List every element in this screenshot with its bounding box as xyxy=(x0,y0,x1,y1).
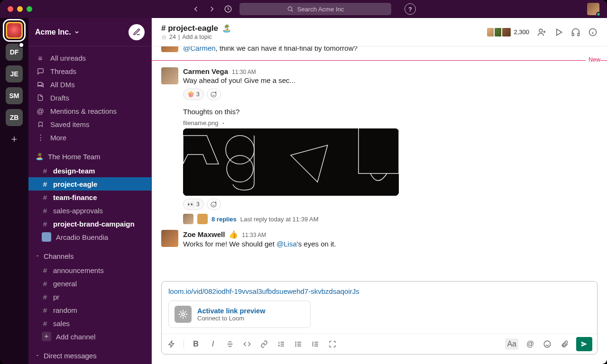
image-attachment[interactable] xyxy=(183,128,399,196)
titlebar: Search Acme Inc ? xyxy=(0,0,607,18)
ordered-list-icon[interactable] xyxy=(276,339,286,349)
info-icon[interactable] xyxy=(588,27,598,37)
huddle-icon[interactable] xyxy=(554,27,563,37)
close-window[interactable] xyxy=(8,6,13,12)
history-icon[interactable] xyxy=(223,4,233,14)
headphones-icon[interactable] xyxy=(571,27,580,37)
add-workspace-button[interactable]: + xyxy=(6,131,23,148)
svg-point-12 xyxy=(295,342,296,342)
channel-general[interactable]: #general xyxy=(28,277,151,290)
nav-threads[interactable]: Threads xyxy=(28,64,151,78)
add-people-icon[interactable] xyxy=(537,27,546,37)
svg-point-1 xyxy=(288,7,292,10)
link-preview-card[interactable]: Activate link preview Connect to Loom xyxy=(168,300,311,328)
thread-summary[interactable]: 8 replies Last reply today at 11:39 AM xyxy=(183,214,598,224)
message-composer[interactable]: loom.io/vid/082iodhf-19vvsal3ufbdsuewehd… xyxy=(161,281,598,355)
add-channel-button[interactable]: +Add channel xyxy=(28,330,151,343)
workspace-tile[interactable]: SM xyxy=(6,87,23,104)
author-name[interactable]: Zoe Maxwell xyxy=(183,230,225,238)
workspace-tile[interactable]: DF xyxy=(6,44,23,61)
channel-design-team[interactable]: #design-team xyxy=(28,164,151,177)
bold-icon[interactable]: B xyxy=(191,339,201,349)
avatar[interactable] xyxy=(161,230,178,247)
strike-icon[interactable] xyxy=(225,339,235,349)
svg-point-10 xyxy=(211,202,216,208)
bullet-list-icon[interactable] xyxy=(293,339,304,349)
minimize-window[interactable] xyxy=(17,6,23,12)
attachment-filename[interactable]: filename.png xyxy=(183,119,598,127)
message-text: Thoughts on this? xyxy=(183,107,598,117)
maximize-window[interactable] xyxy=(27,6,32,12)
code-icon[interactable] xyxy=(242,339,252,349)
back-button[interactable] xyxy=(191,4,201,14)
compose-button[interactable] xyxy=(129,24,145,40)
avatar[interactable] xyxy=(161,46,178,52)
channel-project-eagle[interactable]: #project-eagle xyxy=(28,177,151,191)
nav-drafts[interactable]: Drafts xyxy=(28,91,151,104)
shortcuts-icon[interactable] xyxy=(166,339,177,349)
dm-arcadio[interactable]: Arcadio Buendia xyxy=(28,230,151,244)
workspace-tile-active[interactable] xyxy=(6,22,23,39)
add-topic-link[interactable]: Add a topic xyxy=(182,34,212,40)
unfurl-subtitle: Connect to Loom xyxy=(197,315,265,322)
channel-team-finance[interactable]: #team-finance xyxy=(28,191,151,204)
search-input[interactable]: Search Acme Inc xyxy=(239,3,391,15)
svg-point-15 xyxy=(544,341,551,347)
sidebar: Acme Inc. ≡All unreads Threads All DMs D… xyxy=(28,18,152,364)
add-reaction-button[interactable] xyxy=(207,199,221,210)
workspace-tile[interactable]: ZB xyxy=(6,109,23,126)
unreads-icon: ≡ xyxy=(36,54,45,62)
team-switcher[interactable]: Acme Inc. xyxy=(35,28,80,36)
svg-point-11 xyxy=(182,313,184,316)
member-avatars[interactable] xyxy=(486,27,512,37)
nav-all-dms[interactable]: All DMs xyxy=(28,78,151,91)
nav-mentions[interactable]: @Mentions & reactions xyxy=(28,104,151,118)
mention[interactable]: @Lisa xyxy=(276,240,297,248)
status-emoji: 👍 xyxy=(229,230,238,239)
mentions-icon: @ xyxy=(36,107,45,115)
channel-sales-approvals[interactable]: #sales-approvals xyxy=(28,204,151,217)
hash-icon: # xyxy=(42,207,48,215)
channel-sales[interactable]: #sales xyxy=(28,317,151,330)
nav-more[interactable]: ⋮More xyxy=(28,131,151,144)
channel-announcements[interactable]: #announcements xyxy=(28,264,151,277)
section-home-team[interactable]: 🏝️The Home Team xyxy=(28,149,151,164)
emoji-icon[interactable] xyxy=(542,339,552,349)
code-block-icon[interactable] xyxy=(327,339,338,349)
blockquote-icon[interactable] xyxy=(310,339,321,349)
avatar xyxy=(42,232,51,242)
message-text: @Carmen, think we can have it final-fina… xyxy=(183,46,598,54)
attach-icon[interactable] xyxy=(559,339,570,349)
send-button[interactable] xyxy=(576,337,592,351)
presence-indicator xyxy=(596,12,601,17)
reaction-pill[interactable]: 🍿3 xyxy=(183,89,204,100)
nav-saved[interactable]: Saved items xyxy=(28,118,151,131)
author-name[interactable]: Carmen Vega xyxy=(183,67,228,75)
svg-point-14 xyxy=(295,346,296,346)
format-toggle-icon[interactable]: Aa xyxy=(505,338,518,350)
mention-icon[interactable]: @ xyxy=(525,339,535,349)
help-icon[interactable]: ? xyxy=(405,3,416,15)
reaction-pill[interactable]: 👀3 xyxy=(183,199,204,210)
italic-icon[interactable]: I xyxy=(208,339,218,349)
workspace-tile[interactable]: JE xyxy=(6,65,23,82)
nav-all-unreads[interactable]: ≡All unreads xyxy=(28,51,151,64)
svg-point-13 xyxy=(295,344,296,344)
link-icon[interactable] xyxy=(259,339,269,349)
section-channels[interactable]: Channels xyxy=(28,248,151,264)
channel-title[interactable]: # project-eagle xyxy=(161,24,218,33)
add-reaction-button[interactable] xyxy=(207,89,221,100)
channel-project-brand-campaign[interactable]: #project-brand-campaign xyxy=(28,217,151,230)
forward-button[interactable] xyxy=(207,4,217,14)
more-icon: ⋮ xyxy=(36,133,45,142)
channel-random[interactable]: #random xyxy=(28,303,151,317)
section-dms[interactable]: Direct messages xyxy=(28,348,151,363)
avatar[interactable] xyxy=(161,67,178,84)
channel-header: # project-eagle 🏝️ ☆ 24 | Add a topic xyxy=(152,18,607,46)
composer-link-text[interactable]: loom.io/vid/082iodhf-19vvsal3ufbdsuewehd… xyxy=(168,287,590,295)
channel-pr[interactable]: #pr xyxy=(28,290,151,303)
svg-point-2 xyxy=(539,29,543,32)
pin-icon: ☆ xyxy=(161,34,167,41)
member-count: 2,300 xyxy=(514,28,529,36)
mention[interactable]: @Carmen xyxy=(183,46,216,52)
